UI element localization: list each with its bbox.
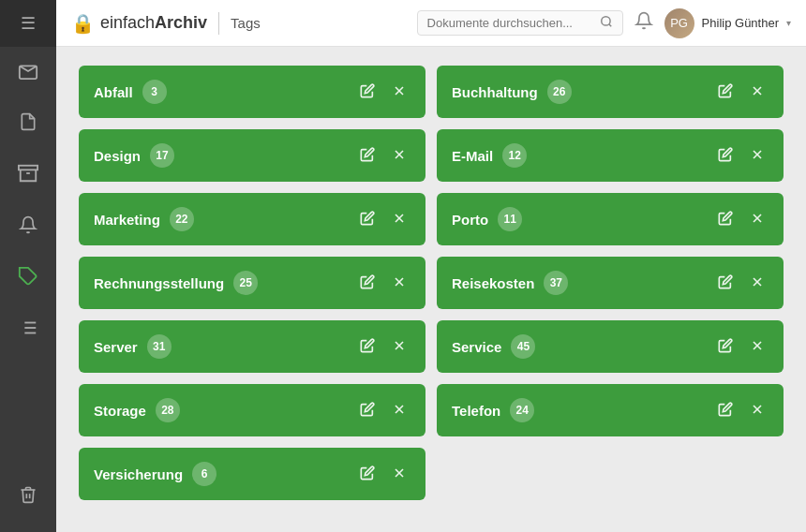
sidebar-item-list[interactable]	[0, 304, 56, 356]
tag-left: Rechnungsstellung 25	[94, 271, 258, 295]
sidebar-item-tags[interactable]	[0, 253, 56, 304]
tag-delete-button[interactable]	[388, 143, 410, 169]
tag-edit-button[interactable]	[356, 207, 379, 232]
tag-left: Buchhaltung 26	[452, 80, 572, 104]
tag-delete-button[interactable]	[388, 271, 410, 296]
tag-count: 24	[510, 398, 534, 422]
tag-actions	[356, 398, 410, 423]
tag-name: Server	[94, 339, 138, 355]
tag-card[interactable]: Server 31	[79, 320, 425, 373]
tag-left: Reisekosten 37	[452, 271, 568, 295]
search-button[interactable]	[600, 15, 613, 31]
tag-card[interactable]: Porto 11	[437, 193, 784, 245]
tag-edit-button[interactable]	[356, 80, 379, 105]
tag-edit-button[interactable]	[356, 271, 379, 296]
tag-delete-button[interactable]	[388, 80, 410, 105]
tag-delete-button[interactable]	[746, 271, 769, 296]
tag-edit-button[interactable]	[714, 143, 737, 169]
tag-name: Reisekosten	[452, 275, 534, 291]
sidebar-item-inbox[interactable]	[0, 47, 56, 98]
tag-count: 26	[547, 80, 572, 104]
tag-card[interactable]: Storage 28	[79, 384, 425, 436]
tag-card[interactable]: Design 17	[79, 129, 425, 182]
tag-card[interactable]: Abfall 3	[79, 66, 425, 118]
user-menu[interactable]: PG Philip Günther ▾	[664, 8, 791, 38]
header-divider	[218, 12, 219, 35]
tag-left: Marketing 22	[94, 207, 194, 231]
tag-card[interactable]: E-Mail 12	[437, 129, 784, 182]
tag-card[interactable]: Reisekosten 37	[437, 257, 784, 309]
tag-delete-button[interactable]	[746, 334, 769, 360]
tag-actions	[714, 334, 769, 360]
svg-line-11	[608, 24, 611, 27]
tag-left: Storage 28	[94, 398, 180, 422]
tag-name: Rechnungsstellung	[94, 275, 224, 291]
tag-edit-button[interactable]	[356, 143, 379, 169]
tag-actions	[356, 271, 410, 296]
tag-edit-button[interactable]	[714, 398, 737, 423]
tag-name: Buchhaltung	[452, 84, 538, 100]
tag-delete-button[interactable]	[388, 462, 410, 487]
tag-delete-button[interactable]	[746, 207, 769, 232]
tag-edit-button[interactable]	[356, 334, 379, 360]
tag-edit-button[interactable]	[356, 462, 379, 487]
hamburger-icon: ☰	[21, 13, 36, 34]
tag-delete-button[interactable]	[388, 334, 410, 360]
tag-count: 3	[142, 80, 167, 104]
sidebar-item-trash[interactable]	[0, 471, 56, 523]
page-title: Tags	[231, 15, 261, 31]
tag-name: Service	[452, 339, 501, 355]
tag-actions	[714, 80, 769, 105]
tag-count: 31	[147, 334, 172, 359]
sidebar: ☰	[0, 0, 56, 532]
tag-name: Telefon	[452, 403, 500, 419]
tag-card[interactable]: Buchhaltung 26	[437, 66, 784, 118]
user-name: Philip Günther	[702, 16, 779, 30]
tag-left: Server 31	[94, 334, 172, 359]
sidebar-menu-button[interactable]: ☰	[0, 0, 56, 47]
tag-left: Versicherung 6	[94, 462, 216, 486]
tag-card[interactable]: Versicherung 6	[79, 448, 425, 500]
tag-card[interactable]: Rechnungsstellung 25	[79, 257, 425, 309]
tag-delete-button[interactable]	[388, 398, 410, 423]
logo-text: einfachArchiv	[100, 13, 207, 33]
logo: 🔒 einfachArchiv	[71, 12, 207, 35]
tag-edit-button[interactable]	[714, 334, 737, 360]
sidebar-item-documents[interactable]	[0, 98, 56, 150]
tag-actions	[714, 207, 769, 232]
tag-name: Abfall	[94, 84, 133, 100]
tag-card[interactable]: Service 45	[437, 320, 784, 373]
notification-bell-icon[interactable]	[634, 11, 653, 35]
tag-actions	[356, 462, 410, 487]
tag-name: Storage	[94, 403, 146, 419]
tag-delete-button[interactable]	[388, 207, 410, 232]
content-area: Abfall 3 Buchhaltung 26	[56, 47, 806, 532]
tag-name: Marketing	[94, 212, 160, 228]
tag-actions	[714, 398, 769, 423]
tag-edit-button[interactable]	[356, 398, 379, 423]
svg-point-10	[601, 17, 609, 25]
tag-count: 11	[498, 207, 522, 231]
tag-left: Service 45	[452, 334, 535, 359]
search-box[interactable]	[417, 10, 623, 36]
tag-card[interactable]: Telefon 24	[437, 384, 784, 436]
sidebar-item-notifications[interactable]	[0, 201, 56, 253]
tag-count: 17	[150, 143, 174, 168]
main-area: 🔒 einfachArchiv Tags PG Philip Günther ▾	[56, 0, 806, 532]
tag-edit-button[interactable]	[714, 207, 737, 232]
tag-left: Design 17	[94, 143, 174, 168]
tag-delete-button[interactable]	[746, 80, 769, 105]
sidebar-item-archive[interactable]	[0, 150, 56, 201]
tag-card[interactable]: Marketing 22	[79, 193, 425, 245]
search-input[interactable]	[427, 16, 600, 30]
tag-actions	[356, 207, 410, 232]
tag-left: Abfall 3	[94, 80, 167, 104]
tag-delete-button[interactable]	[746, 398, 769, 423]
tag-edit-button[interactable]	[714, 80, 737, 105]
tag-actions	[714, 143, 769, 169]
tag-edit-button[interactable]	[714, 271, 737, 296]
tag-left: Porto 11	[452, 207, 522, 231]
tags-grid: Abfall 3 Buchhaltung 26	[79, 66, 784, 500]
tag-count: 6	[192, 462, 216, 486]
tag-delete-button[interactable]	[746, 143, 769, 169]
